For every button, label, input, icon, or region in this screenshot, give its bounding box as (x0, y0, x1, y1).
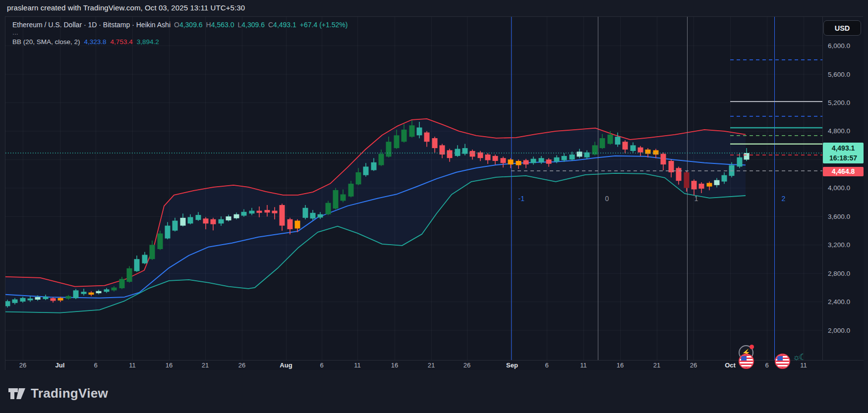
attribution-bar: praslearn created with TradingView.com, … (0, 0, 868, 16)
candle-body (211, 219, 216, 224)
candle-body (744, 153, 750, 159)
symbol-legend-row[interactable]: Ethereum / U.S. Dollar · 1D · Bitstamp ·… (12, 21, 347, 29)
ohlc-label: O (174, 21, 179, 29)
candle-body (684, 172, 690, 188)
candle-body (348, 184, 354, 197)
candle-body (226, 216, 231, 220)
candle-body (73, 290, 79, 298)
candle-body (501, 158, 506, 163)
time-tick-label: 21 (653, 361, 660, 369)
candle-body (249, 210, 255, 213)
candle-body (447, 150, 453, 158)
candle-body (119, 279, 125, 288)
candle-body (241, 212, 247, 216)
candle-body (234, 214, 239, 218)
price-tick-label: 3,600.0 (828, 213, 850, 220)
candle-body (631, 145, 636, 151)
candle-body (96, 291, 102, 293)
time-tick-label: 6 (765, 361, 768, 369)
candle-body (661, 154, 666, 165)
candle-body (455, 149, 461, 156)
time-tick-label: 21 (428, 361, 435, 369)
candle-body (265, 210, 270, 212)
current-price-value: 4,493.1 (823, 143, 864, 153)
price-tick-label: 4,000.0 (828, 184, 850, 192)
us-flag-icon[interactable] (775, 354, 790, 369)
candle-body (134, 259, 140, 271)
offset-label: 0 (605, 195, 609, 203)
time-tick-label: 26 (463, 361, 470, 369)
candle-body (470, 151, 475, 156)
ohlc-value: 4,493.1 (273, 21, 296, 29)
page-footer: TradingView (0, 370, 868, 413)
candle-body (356, 172, 361, 184)
candle-body (531, 159, 536, 163)
price-chart-canvas[interactable]: -10126,000.05,600.05,200.04,800.04,000.0… (5, 17, 864, 370)
candle-body (66, 296, 71, 299)
candle-body (386, 142, 392, 156)
candle-body (737, 157, 743, 167)
time-tick-label: 26 (19, 361, 26, 369)
candle-body (12, 300, 18, 303)
time-tick-label: Oct (725, 361, 736, 369)
candle-body (714, 180, 720, 185)
candle-body (409, 125, 415, 137)
indicator-value: 4,753.4 (111, 38, 133, 46)
ohlc-value: 4,563.0 (211, 21, 234, 29)
time-tick-label: 11 (354, 361, 361, 369)
candle-body (51, 298, 56, 301)
time-tick-label: 11 (129, 361, 136, 369)
candle-body (539, 158, 544, 162)
candle-body (35, 297, 41, 300)
candle-body (371, 162, 377, 170)
candle-body (272, 210, 278, 213)
indicator-legend-row[interactable]: BB (20, SMA, close, 2)4,323.84,753.43,89… (12, 38, 347, 46)
candle-body (104, 289, 110, 292)
indicator-value: 4,323.8 (84, 38, 107, 46)
price-tick-label: 6,000.0 (828, 42, 850, 50)
time-tick-label: 6 (94, 361, 97, 369)
time-tick-label: 26 (690, 361, 697, 369)
legend-more-button[interactable]: ... (12, 29, 347, 35)
candle-body (333, 190, 339, 208)
flag-canton (741, 356, 747, 361)
current-price-badge: 4,493.1 16:18:57 (823, 143, 864, 163)
candle-body (379, 154, 384, 165)
price-tick-label: 2,800.0 (828, 270, 850, 277)
candle-body (180, 218, 186, 226)
candle-body (615, 137, 621, 145)
currency-toggle-button[interactable]: USD (823, 20, 861, 36)
chart-panel[interactable]: -10126,000.05,600.05,200.04,800.04,000.0… (5, 16, 863, 370)
candle-body (363, 166, 369, 175)
time-tick-label: 21 (202, 361, 209, 369)
candle-body (570, 155, 575, 159)
us-flag-icon[interactable] (739, 354, 754, 369)
candle-body (508, 159, 514, 164)
price-tick-label: 2,400.0 (828, 298, 850, 306)
offset-label: -1 (519, 195, 525, 203)
candle-body (280, 205, 285, 226)
price-tick-label: 5,600.0 (828, 71, 850, 78)
candle-body (257, 210, 262, 212)
candle-body (112, 288, 117, 291)
price-tick-label: 4,800.0 (828, 127, 850, 135)
candle-body (58, 298, 63, 301)
candle-body (676, 168, 682, 181)
sun-moon-session-icon[interactable]: ☼☾ (793, 352, 805, 362)
candle-body (402, 130, 407, 142)
flag-canton (777, 356, 783, 361)
candle-body (493, 156, 498, 161)
indicator-name: BB (20, SMA, close, 2) (12, 38, 80, 46)
time-tick-label: 6 (545, 361, 548, 369)
chart-legend: Ethereum / U.S. Dollar · 1D · Bitstamp ·… (12, 21, 347, 46)
candle-body (485, 155, 491, 160)
time-tick-label: Sep (506, 361, 518, 369)
time-tick-label: Jul (56, 361, 65, 369)
candle-body (295, 221, 300, 229)
candle-body (188, 217, 193, 223)
candle-body (219, 219, 224, 224)
offset-label: 2 (782, 195, 786, 203)
tradingview-logo[interactable]: TradingView (8, 386, 108, 401)
ohlc-label: H (206, 21, 211, 29)
candle-body (127, 268, 132, 282)
